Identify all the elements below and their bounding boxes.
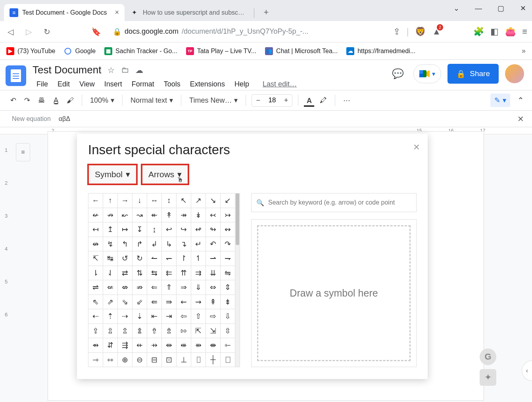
character-cell[interactable]: ↽ <box>162 251 177 266</box>
character-cell[interactable]: ⇃ <box>103 266 118 280</box>
character-cell[interactable]: ⇖ <box>88 295 103 309</box>
character-cell[interactable]: ↰ <box>118 237 133 251</box>
character-cell[interactable]: ↶ <box>206 237 221 251</box>
character-cell[interactable]: ↲ <box>147 237 162 251</box>
move-icon[interactable]: 🗀 <box>121 65 129 75</box>
character-cell[interactable]: ⇍ <box>103 280 118 295</box>
character-cell[interactable]: ⇀ <box>206 251 221 266</box>
character-cell[interactable]: ⇯ <box>162 324 177 338</box>
character-cell[interactable]: ⊖ <box>133 352 147 367</box>
close-icon[interactable]: × <box>115 8 119 17</box>
character-cell[interactable]: ⇽ <box>221 338 235 353</box>
menu-file[interactable]: File <box>33 78 52 90</box>
character-cell[interactable]: ⇜ <box>177 295 191 309</box>
subcategory-dropdown[interactable]: Arrows ▾ <box>142 165 188 184</box>
character-cell[interactable]: ⇆ <box>147 266 162 280</box>
character-cell[interactable]: ⇫ <box>103 324 118 338</box>
tab-active[interactable]: ≡ Test Document - Google Docs × <box>4 4 125 21</box>
character-cell[interactable]: ⊡ <box>162 352 177 367</box>
character-cell[interactable]: ⇾ <box>88 352 103 367</box>
character-cell[interactable]: → <box>118 193 133 208</box>
character-cell[interactable]: ⇈ <box>177 266 191 280</box>
menu-help[interactable]: Help <box>230 78 253 90</box>
character-cell[interactable]: ⇳ <box>221 324 235 338</box>
comments-icon[interactable]: 💬 <box>389 65 407 83</box>
character-cell[interactable]: ↢ <box>206 208 221 222</box>
character-cell[interactable]: ⇰ <box>177 324 191 338</box>
character-cell[interactable]: ⇕ <box>221 280 235 295</box>
character-cell[interactable]: ⊕ <box>118 352 133 367</box>
character-cell[interactable]: ⇉ <box>191 266 206 280</box>
character-cell[interactable]: ⇷ <box>133 338 147 353</box>
grammarly-icon[interactable]: G <box>480 348 496 365</box>
character-cell[interactable]: ↴ <box>177 237 191 251</box>
brave-shield-icon[interactable]: 🦁 <box>415 27 426 37</box>
character-cell[interactable]: ⇔ <box>206 280 221 295</box>
character-cell[interactable]: ↗ <box>191 193 206 208</box>
character-cell[interactable]: ↕ <box>162 193 177 208</box>
character-cell[interactable]: ↵ <box>191 237 206 251</box>
font-size-input[interactable] <box>264 96 280 104</box>
character-cell[interactable]: ⇺ <box>177 338 191 353</box>
character-cell[interactable]: ↭ <box>221 222 235 237</box>
character-cell[interactable]: ↹ <box>103 251 118 266</box>
character-cell[interactable]: ⇞ <box>206 295 221 309</box>
character-cell[interactable]: ↬ <box>206 222 221 237</box>
character-cell[interactable]: ⇢ <box>118 309 133 324</box>
bookmark-sheets[interactable]: ▦Sachin Tracker - Go... <box>104 47 177 55</box>
character-cell[interactable]: ⇧ <box>191 309 206 324</box>
style-dropdown[interactable]: Normal text▾ <box>128 96 175 105</box>
character-cell[interactable]: ⎕ <box>221 352 235 367</box>
undo-button[interactable]: ↶ <box>8 94 19 107</box>
character-cell[interactable]: ↱ <box>133 237 147 251</box>
character-cell[interactable]: ⇛ <box>162 295 177 309</box>
character-cell[interactable]: ⇸ <box>147 338 162 353</box>
character-cell[interactable]: ↧ <box>133 222 147 237</box>
bookmark-overflow-icon[interactable]: » <box>522 47 526 55</box>
forward-button[interactable]: ▷ <box>23 26 34 37</box>
highlight-button[interactable]: 🖍 <box>317 94 329 107</box>
character-cell[interactable]: ⇴ <box>88 338 103 353</box>
bookmark-google[interactable]: Google <box>64 47 96 55</box>
character-cell[interactable]: ⇗ <box>103 295 118 309</box>
character-cell[interactable]: ↣ <box>221 208 235 222</box>
increase-font-button[interactable]: + <box>280 95 292 106</box>
character-cell[interactable]: ↔ <box>147 193 162 208</box>
character-cell[interactable]: ← <box>88 193 103 208</box>
draw-canvas[interactable]: Draw a symbol here <box>257 225 411 361</box>
character-cell[interactable]: ↘ <box>206 193 221 208</box>
character-cell[interactable]: ↝ <box>133 208 147 222</box>
cloud-icon[interactable]: ☁ <box>135 65 143 75</box>
brave-rewards-icon[interactable]: ▲ <box>432 27 441 37</box>
category-dropdown[interactable]: Symbol ▾ <box>88 165 137 184</box>
tab-inactive[interactable]: ✦ How to use superscript and subscript <box>125 4 252 21</box>
menu-insert[interactable]: Insert <box>100 78 126 90</box>
character-cell[interactable]: ↑ <box>103 193 118 208</box>
text-color-button[interactable]: A <box>304 94 314 107</box>
spellcheck-button[interactable]: A̲ <box>51 94 61 107</box>
explore-icon[interactable]: ✦ <box>480 369 496 386</box>
character-cell[interactable]: ⇬ <box>118 324 133 338</box>
character-cell[interactable]: ⇁ <box>221 251 235 266</box>
character-cell[interactable]: ⇌ <box>88 280 103 295</box>
character-cell[interactable]: ↨ <box>147 222 162 237</box>
zoom-dropdown[interactable]: 100%▾ <box>88 96 117 105</box>
character-cell[interactable]: ↾ <box>177 251 191 266</box>
character-cell[interactable]: ⇚ <box>147 295 162 309</box>
character-cell[interactable]: ↺ <box>118 251 133 266</box>
character-cell[interactable]: ↖ <box>177 193 191 208</box>
character-cell[interactable]: ⊥ <box>177 352 191 367</box>
character-cell[interactable]: ↮ <box>88 237 103 251</box>
more-tools-button[interactable]: ⋯ <box>341 94 353 107</box>
character-cell[interactable]: ⇒ <box>177 280 191 295</box>
character-cell[interactable]: ↦ <box>118 222 133 237</box>
greek-letters-icon[interactable]: αβΔ <box>59 115 70 123</box>
character-cell[interactable]: ⇨ <box>206 309 221 324</box>
wallet-icon[interactable]: 👛 <box>505 27 516 37</box>
decrease-font-button[interactable]: − <box>252 95 264 106</box>
character-cell[interactable]: ⇠ <box>88 309 103 324</box>
character-cell[interactable]: ↤ <box>88 222 103 237</box>
side-panel-toggle[interactable]: ‹ <box>522 360 532 381</box>
font-dropdown[interactable]: Times New…▾ <box>187 96 240 105</box>
grid-scrollbar[interactable] <box>235 193 240 367</box>
